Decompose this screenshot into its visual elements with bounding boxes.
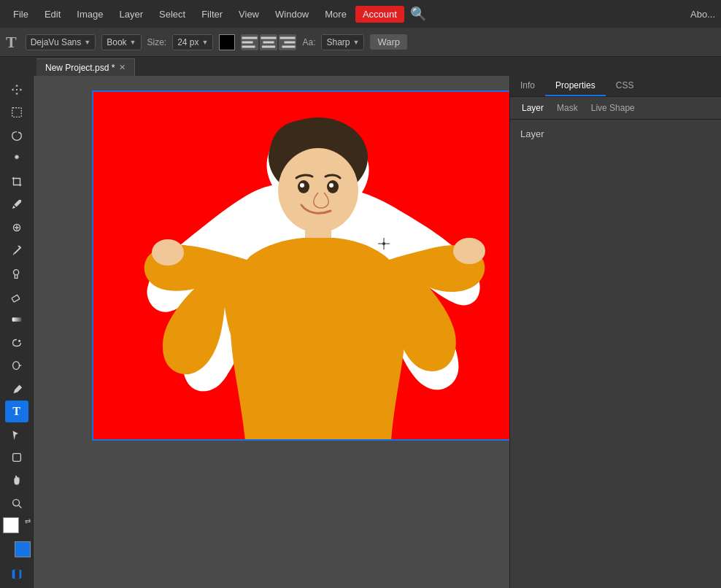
svg-rect-8 [282, 45, 296, 47]
svg-point-15 [18, 340, 20, 341]
menu-layer[interactable]: Layer [112, 6, 151, 23]
svg-rect-21 [15, 570, 19, 579]
eyedropper-tool[interactable] [5, 194, 28, 216]
lasso-tool[interactable] [5, 125, 28, 147]
panel-subtab-mask[interactable]: Mask [552, 101, 582, 115]
brush-tool[interactable] [5, 240, 28, 262]
svg-point-30 [453, 238, 485, 264]
right-panel: Info Properties CSS Layer Mask Live Shap… [509, 76, 721, 588]
svg-rect-6 [280, 36, 296, 39]
blur-tool[interactable] [5, 332, 28, 354]
svg-rect-5 [262, 45, 275, 47]
move-tool[interactable] [5, 79, 28, 101]
panel-tabs: Info Properties CSS [510, 76, 721, 97]
pen-tool[interactable] [5, 378, 28, 400]
dodge-tool[interactable] [5, 355, 28, 376]
background-color-swatch[interactable] [15, 541, 31, 557]
tab-new-project[interactable]: New Project.psd * ✕ [36, 58, 135, 76]
svg-rect-1 [242, 41, 253, 43]
svg-point-29 [152, 239, 184, 266]
layer-section-label: Layer [520, 128, 711, 139]
magic-wand-tool[interactable] [5, 148, 28, 170]
svg-point-27 [300, 183, 304, 187]
main-layout: T ⇄ [0, 76, 721, 588]
svg-rect-9 [16, 89, 18, 90]
svg-rect-14 [12, 317, 21, 321]
svg-point-12 [13, 270, 18, 275]
quick-mask-button[interactable] [5, 563, 28, 585]
menu-file[interactable]: File [6, 6, 36, 23]
menu-bar: File Edit Image Layer Select Filter View… [0, 0, 721, 28]
panel-content: Layer [510, 120, 721, 148]
svg-point-16 [12, 362, 19, 370]
panel-tab-properties[interactable]: Properties [545, 76, 606, 96]
document-canvas[interactable] [92, 90, 509, 441]
svg-point-19 [12, 500, 19, 506]
gradient-tool[interactable] [5, 309, 28, 330]
svg-rect-13 [11, 295, 19, 302]
panel-tab-info[interactable]: Info [510, 76, 545, 96]
crop-tool[interactable] [5, 171, 28, 193]
tab-label: New Project.psd * [45, 63, 115, 73]
zoom-tool[interactable] [5, 493, 28, 515]
foreground-color-swatch[interactable] [3, 517, 19, 533]
toolbar: T ⇄ [0, 76, 34, 588]
tab-bar: New Project.psd * ✕ [0, 57, 721, 76]
swap-colors-icon[interactable]: ⇄ [25, 517, 31, 525]
panel-tab-css[interactable]: CSS [606, 76, 644, 96]
person-layer [137, 114, 487, 441]
hand-tool[interactable] [5, 470, 28, 492]
size-label: Size: [147, 37, 167, 47]
marquee-tool[interactable] [5, 102, 28, 124]
svg-rect-4 [263, 41, 274, 43]
menu-window[interactable]: Window [268, 6, 316, 23]
menu-account[interactable]: Account [355, 6, 404, 23]
canvas-area[interactable] [34, 76, 509, 588]
menu-filter[interactable]: Filter [194, 6, 230, 23]
svg-point-28 [329, 183, 333, 187]
options-bar: T DejaVu Sans ▼ Book ▼ Size: 24 px ▼ Aa:… [0, 28, 721, 57]
align-center-button[interactable] [260, 34, 277, 50]
menu-about[interactable]: Abo... [690, 9, 715, 20]
panel-subtab-live-shape[interactable]: Live Shape [587, 101, 639, 115]
stamp-tool[interactable] [5, 263, 28, 285]
svg-rect-0 [242, 36, 258, 39]
menu-select[interactable]: Select [152, 6, 193, 23]
font-size-dropdown[interactable]: 24 px ▼ [172, 34, 213, 50]
svg-rect-18 [12, 454, 20, 462]
menu-image[interactable]: Image [69, 6, 110, 23]
menu-edit[interactable]: Edit [37, 6, 68, 23]
font-family-dropdown[interactable]: DejaVu Sans ▼ [26, 34, 96, 50]
svg-point-23 [278, 148, 358, 233]
svg-rect-7 [285, 41, 296, 43]
align-right-button[interactable] [279, 34, 296, 50]
antialiasing-label: Aa: [302, 37, 315, 47]
shape-tool[interactable] [5, 447, 28, 469]
svg-rect-2 [242, 45, 255, 47]
healing-brush-tool[interactable] [5, 217, 28, 239]
menu-view[interactable]: View [231, 6, 266, 23]
type-tool[interactable]: T [5, 401, 28, 422]
tab-close-button[interactable]: ✕ [119, 63, 126, 72]
eraser-tool[interactable] [5, 286, 28, 308]
font-style-dropdown[interactable]: Book ▼ [101, 34, 141, 50]
antialiasing-dropdown[interactable]: Sharp ▼ [321, 34, 364, 50]
svg-rect-3 [261, 36, 277, 39]
menu-more[interactable]: More [317, 6, 354, 23]
font-color-swatch[interactable] [219, 34, 235, 50]
panel-subtab-layer[interactable]: Layer [517, 101, 548, 115]
text-tool-indicator: T [6, 33, 17, 52]
panel-subtabs: Layer Mask Live Shape [510, 97, 721, 120]
text-align-group [241, 34, 296, 50]
warp-button[interactable]: Warp [370, 34, 407, 50]
search-icon[interactable]: 🔍 [410, 6, 426, 22]
path-selection-tool[interactable] [5, 424, 28, 446]
align-left-button[interactable] [241, 34, 258, 50]
svg-rect-10 [12, 108, 21, 117]
